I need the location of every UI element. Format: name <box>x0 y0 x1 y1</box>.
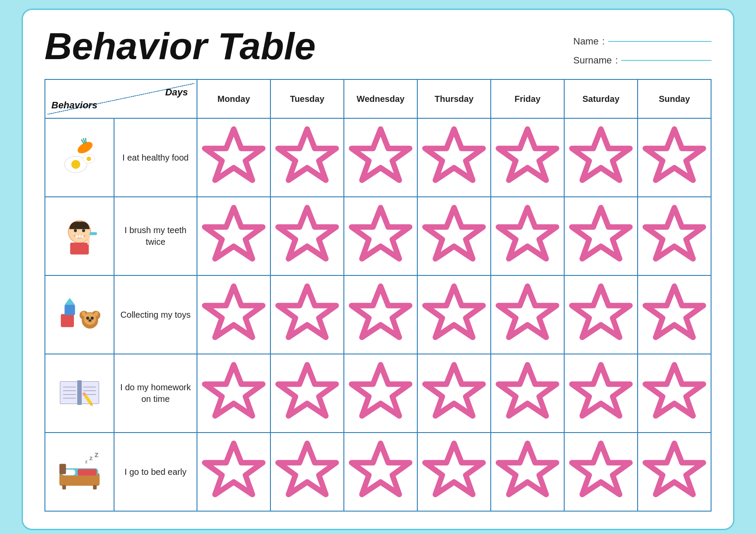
svg-rect-11 <box>76 235 78 237</box>
star-eat-healthy-monday[interactable] <box>197 118 270 197</box>
svg-rect-51 <box>62 485 66 489</box>
star-collect-toys-friday[interactable] <box>491 275 564 354</box>
svg-point-10 <box>82 229 85 232</box>
behavior-row-homework: I do my homework on time <box>45 354 711 433</box>
behavior-row-eat-healthy: I eat healthy food <box>45 118 711 197</box>
days-behaviors-header: Days Behaviors <box>45 79 197 118</box>
svg-rect-18 <box>61 314 74 327</box>
behavior-row-collect-toys: Collecting my toys <box>45 275 711 354</box>
star-brush-teeth-saturday[interactable] <box>564 197 638 275</box>
svg-rect-14 <box>70 242 89 254</box>
star-collect-toys-monday[interactable] <box>197 275 270 354</box>
svg-point-9 <box>74 229 77 232</box>
svg-rect-35 <box>77 380 82 405</box>
star-collect-toys-sunday[interactable] <box>638 275 711 354</box>
svg-point-31 <box>82 311 85 314</box>
header-saturday: Saturday <box>564 79 638 118</box>
star-eat-healthy-sunday[interactable] <box>638 118 711 197</box>
surname-colon: : <box>615 55 618 66</box>
svg-rect-50 <box>59 464 66 474</box>
svg-text:z: z <box>95 451 98 459</box>
star-bed-early-sunday[interactable] <box>638 433 711 511</box>
svg-rect-49 <box>78 469 97 475</box>
svg-line-3 <box>86 138 86 143</box>
star-homework-saturday[interactable] <box>564 354 638 433</box>
svg-rect-19 <box>64 304 75 315</box>
star-collect-toys-tuesday[interactable] <box>270 275 344 354</box>
svg-point-28 <box>89 319 91 321</box>
surname-line[interactable] <box>621 60 712 61</box>
star-brush-teeth-tuesday[interactable] <box>270 197 344 275</box>
behaviors-label: Behaviors <box>51 100 97 111</box>
name-colon: : <box>602 36 605 47</box>
name-section: Name : Surname : <box>573 27 712 66</box>
star-homework-friday[interactable] <box>491 354 564 433</box>
behavior-table-card: Behavior Table Name : Surname : Days Beh… <box>22 9 734 530</box>
behavior-icon-bed-early: z z z <box>45 433 114 511</box>
behavior-icon-collect-toys <box>45 275 114 354</box>
svg-point-32 <box>95 311 98 314</box>
star-brush-teeth-sunday[interactable] <box>638 197 711 275</box>
star-brush-teeth-friday[interactable] <box>491 197 564 275</box>
svg-rect-13 <box>81 235 83 237</box>
star-collect-toys-thursday[interactable] <box>417 275 491 354</box>
star-bed-early-wednesday[interactable] <box>344 433 417 511</box>
header-friday: Friday <box>491 79 564 118</box>
star-homework-sunday[interactable] <box>638 354 711 433</box>
star-bed-early-saturday[interactable] <box>564 433 638 511</box>
behavior-icon-brush-teeth <box>45 197 114 275</box>
main-table: Days Behaviors Monday Tuesday Wednesday … <box>44 79 712 512</box>
star-collect-toys-saturday[interactable] <box>564 275 638 354</box>
svg-rect-52 <box>93 485 96 489</box>
header-tuesday: Tuesday <box>270 79 344 118</box>
svg-point-7 <box>86 156 91 161</box>
behavior-text-homework: I do my homework on time <box>114 354 197 433</box>
svg-rect-15 <box>87 234 89 245</box>
svg-point-5 <box>71 160 80 169</box>
svg-rect-12 <box>78 235 81 237</box>
days-label: Days <box>165 87 188 98</box>
behavior-text-collect-toys: Collecting my toys <box>114 275 197 354</box>
behavior-text-eat-healthy: I eat healthy food <box>114 118 197 197</box>
star-eat-healthy-thursday[interactable] <box>417 118 491 197</box>
header-thursday: Thursday <box>417 79 491 118</box>
table-header-row: Days Behaviors Monday Tuesday Wednesday … <box>45 79 711 118</box>
surname-row: Surname : <box>573 55 712 66</box>
svg-point-26 <box>91 316 94 319</box>
behavior-row-bed-early: z z z I go to bed early <box>45 433 711 511</box>
star-brush-teeth-thursday[interactable] <box>417 197 491 275</box>
header-wednesday: Wednesday <box>344 79 417 118</box>
svg-rect-33 <box>60 381 78 404</box>
page-header: Behavior Table Name : Surname : <box>44 27 712 66</box>
header-sunday: Sunday <box>638 79 711 118</box>
svg-rect-17 <box>89 235 97 236</box>
svg-rect-16 <box>89 232 97 235</box>
star-bed-early-monday[interactable] <box>197 433 270 511</box>
name-line[interactable] <box>608 41 712 42</box>
star-eat-healthy-tuesday[interactable] <box>270 118 344 197</box>
behavior-row-brush-teeth: I brush my teeth twice <box>45 197 711 275</box>
star-eat-healthy-wednesday[interactable] <box>344 118 417 197</box>
svg-text:z: z <box>89 454 93 461</box>
star-collect-toys-wednesday[interactable] <box>344 275 417 354</box>
star-homework-tuesday[interactable] <box>270 354 344 433</box>
name-label: Name <box>573 36 599 47</box>
header-monday: Monday <box>197 79 270 118</box>
star-homework-monday[interactable] <box>197 354 270 433</box>
star-homework-thursday[interactable] <box>417 354 491 433</box>
star-brush-teeth-wednesday[interactable] <box>344 197 417 275</box>
star-eat-healthy-friday[interactable] <box>491 118 564 197</box>
name-row: Name : <box>573 36 712 47</box>
svg-point-25 <box>86 316 89 319</box>
page-title: Behavior Table <box>44 27 316 65</box>
behavior-icon-eat-healthy <box>45 118 114 197</box>
star-bed-early-thursday[interactable] <box>417 433 491 511</box>
star-eat-healthy-saturday[interactable] <box>564 118 638 197</box>
star-homework-wednesday[interactable] <box>344 354 417 433</box>
behavior-text-brush-teeth: I brush my teeth twice <box>114 197 197 275</box>
days-behaviors-inner: Days Behaviors <box>47 83 195 114</box>
star-brush-teeth-monday[interactable] <box>197 197 270 275</box>
star-bed-early-friday[interactable] <box>491 433 564 511</box>
surname-label: Surname <box>573 55 612 66</box>
star-bed-early-tuesday[interactable] <box>270 433 344 511</box>
